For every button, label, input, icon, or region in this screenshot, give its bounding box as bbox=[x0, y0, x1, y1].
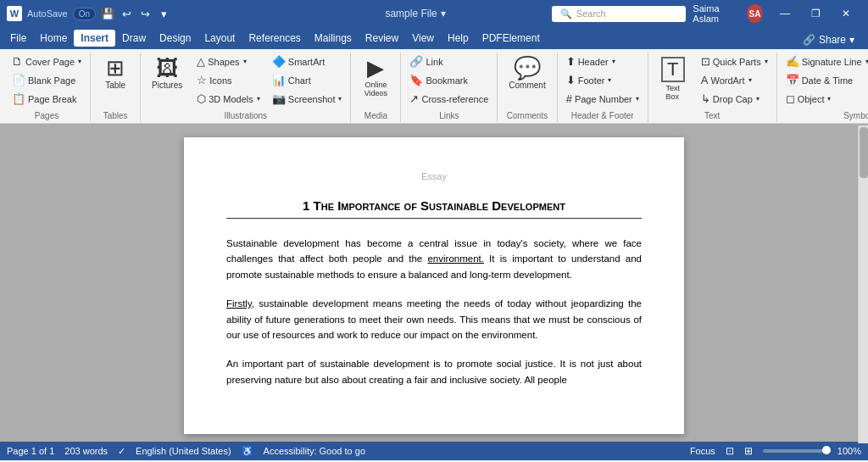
footer-icon: ⬇ bbox=[566, 74, 576, 86]
cover-page-button[interactable]: 🗋 Cover Page ▾ bbox=[7, 53, 86, 70]
media-label: Media bbox=[354, 109, 397, 120]
menu-pdfelement[interactable]: PDFElement bbox=[476, 30, 547, 47]
pictures-button[interactable]: 🖼 Pictures bbox=[144, 53, 190, 94]
screenshot-button[interactable]: 📷 Screenshot ▾ bbox=[267, 90, 348, 108]
object-dropdown[interactable]: ▾ bbox=[827, 95, 831, 103]
menu-review[interactable]: Review bbox=[359, 30, 405, 47]
ribbon-group-illustrations: 🖼 Pictures △ Shapes ▾ ☆ Icons ⬡ bbox=[141, 53, 351, 122]
object-button[interactable]: ◻ Object ▾ bbox=[781, 90, 868, 108]
tables-label: Tables bbox=[94, 109, 136, 120]
link-button[interactable]: 🔗 Link bbox=[404, 53, 493, 70]
filename-dropdown-icon[interactable]: ▾ bbox=[441, 8, 446, 19]
screenshot-dropdown[interactable]: ▾ bbox=[338, 95, 342, 103]
icons-icon: ☆ bbox=[197, 74, 207, 86]
share-icon: 🔗 bbox=[803, 34, 815, 46]
undo-icon[interactable]: ↩ bbox=[120, 7, 133, 20]
shapes-dropdown[interactable]: ▾ bbox=[243, 58, 247, 65]
redo-icon[interactable]: ↪ bbox=[138, 7, 152, 20]
maximize-button[interactable]: ❐ bbox=[800, 0, 831, 27]
smartart-button[interactable]: 🔷 SmartArt bbox=[267, 53, 348, 70]
page-break-label: Page Break bbox=[28, 94, 76, 104]
cross-reference-button[interactable]: ↗ Cross-reference bbox=[404, 90, 493, 108]
3d-dropdown[interactable]: ▾ bbox=[257, 95, 260, 103]
page-break-button[interactable]: 📋 Page Break bbox=[7, 90, 86, 108]
footer-label: Footer bbox=[578, 75, 605, 86]
close-button[interactable]: ✕ bbox=[831, 0, 861, 27]
menu-insert[interactable]: Insert bbox=[74, 30, 115, 47]
language[interactable]: English (United States) bbox=[136, 446, 231, 456]
search-box[interactable]: 🔍 Search bbox=[552, 6, 687, 22]
shapes-button[interactable]: △ Shapes ▾ bbox=[192, 53, 265, 70]
web-layout-icon[interactable]: ⊞ bbox=[741, 443, 756, 459]
drop-cap-button[interactable]: ↳ Drop Cap ▾ bbox=[696, 90, 773, 108]
save-icon[interactable]: 💾 bbox=[101, 7, 114, 20]
signature-line-icon: ✍ bbox=[786, 55, 799, 68]
header-footer-col: ⬆ Header ▾ ⬇ Footer ▾ # Page Number ▾ bbox=[561, 53, 644, 108]
online-videos-button[interactable]: ▶ OnlineVideos bbox=[354, 53, 397, 102]
menu-layout[interactable]: Layout bbox=[198, 30, 242, 47]
menu-bar: File Home Insert Draw Design Layout Refe… bbox=[0, 27, 868, 49]
table-button[interactable]: ⊞ Table bbox=[94, 53, 136, 94]
quick-parts-dropdown[interactable]: ▾ bbox=[765, 58, 768, 65]
wordart-dropdown[interactable]: ▾ bbox=[748, 76, 752, 84]
chart-button[interactable]: 📊 Chart bbox=[267, 71, 348, 89]
signature-dropdown[interactable]: ▾ bbox=[865, 58, 868, 65]
quick-parts-icon: ⊡ bbox=[701, 55, 710, 68]
accessibility-icon: ♿ bbox=[242, 446, 253, 457]
document-page: Essay 1 The Importance of Sustainable De… bbox=[184, 137, 684, 434]
page-info: Page 1 of 1 bbox=[7, 446, 54, 456]
pictures-label: Pictures bbox=[152, 81, 182, 90]
share-button[interactable]: 🔗 Share ▾ bbox=[793, 31, 865, 49]
header-footer-label: Header & Footer bbox=[561, 109, 644, 120]
ribbon-group-media: ▶ OnlineVideos Media bbox=[351, 53, 401, 122]
wordart-button[interactable]: A WordArt ▾ bbox=[696, 71, 773, 89]
textbox-label: TextBox bbox=[666, 84, 681, 101]
search-placeholder: Search bbox=[576, 8, 606, 19]
online-videos-icon: ▶ bbox=[367, 57, 384, 79]
pages-content: 🗋 Cover Page ▾ 📄 Blank Page 📋 Page Break bbox=[7, 53, 86, 108]
media-content: ▶ OnlineVideos bbox=[354, 53, 397, 108]
menu-draw[interactable]: Draw bbox=[115, 30, 153, 47]
menu-references[interactable]: References bbox=[242, 30, 307, 47]
print-layout-icon[interactable]: ⊡ bbox=[722, 443, 737, 459]
header-button[interactable]: ⬆ Header ▾ bbox=[561, 53, 644, 70]
bookmark-button[interactable]: 🔖 Bookmark bbox=[404, 71, 493, 89]
menu-help[interactable]: Help bbox=[441, 30, 476, 47]
ribbon-group-symbols: ✍ Signature Line ▾ 📅 Date & Time ◻ Objec… bbox=[777, 53, 868, 122]
symbols-label: Symbols bbox=[781, 109, 868, 120]
footer-button[interactable]: ⬇ Footer ▾ bbox=[561, 71, 644, 89]
autosave-toggle[interactable]: On bbox=[73, 8, 96, 20]
comment-button[interactable]: 💬 Comment bbox=[501, 53, 553, 94]
signature-line-button[interactable]: ✍ Signature Line ▾ bbox=[781, 53, 868, 70]
zoom-slider[interactable] bbox=[763, 449, 831, 453]
icons-button[interactable]: ☆ Icons bbox=[192, 71, 265, 89]
blank-page-button[interactable]: 📄 Blank Page bbox=[7, 71, 86, 89]
menu-file[interactable]: File bbox=[3, 30, 33, 47]
user-name: Saima Aslam bbox=[693, 3, 740, 24]
tables-content: ⊞ Table bbox=[94, 53, 136, 108]
3d-models-button[interactable]: ⬡ 3D Models ▾ bbox=[192, 90, 265, 108]
menu-home[interactable]: Home bbox=[33, 30, 74, 47]
date-time-icon: 📅 bbox=[786, 74, 799, 86]
cover-page-icon: 🗋 bbox=[12, 55, 23, 68]
minimize-button[interactable]: — bbox=[770, 0, 800, 27]
page-number-button[interactable]: # Page Number ▾ bbox=[561, 90, 644, 108]
cover-page-dropdown[interactable]: ▾ bbox=[78, 58, 81, 65]
menu-design[interactable]: Design bbox=[153, 30, 198, 47]
bookmark-icon: 🔖 bbox=[409, 74, 423, 86]
page-number-dropdown[interactable]: ▾ bbox=[636, 95, 639, 103]
pages-label: Pages bbox=[7, 109, 86, 120]
user-avatar[interactable]: SA bbox=[747, 4, 763, 23]
footer-dropdown[interactable]: ▾ bbox=[608, 76, 611, 84]
drop-cap-dropdown[interactable]: ▾ bbox=[756, 95, 760, 103]
textbox-button[interactable]: T TextBox bbox=[652, 53, 694, 105]
scrollbar[interactable] bbox=[858, 125, 868, 442]
focus-button[interactable]: Focus bbox=[690, 446, 715, 456]
header-dropdown[interactable]: ▾ bbox=[612, 58, 615, 65]
quick-parts-button[interactable]: ⊡ Quick Parts ▾ bbox=[696, 53, 773, 70]
customize-icon[interactable]: ▾ bbox=[157, 7, 170, 20]
zoom-thumb[interactable] bbox=[822, 446, 831, 454]
menu-view[interactable]: View bbox=[405, 30, 441, 47]
menu-mailings[interactable]: Mailings bbox=[308, 30, 359, 47]
date-time-button[interactable]: 📅 Date & Time bbox=[781, 71, 868, 89]
